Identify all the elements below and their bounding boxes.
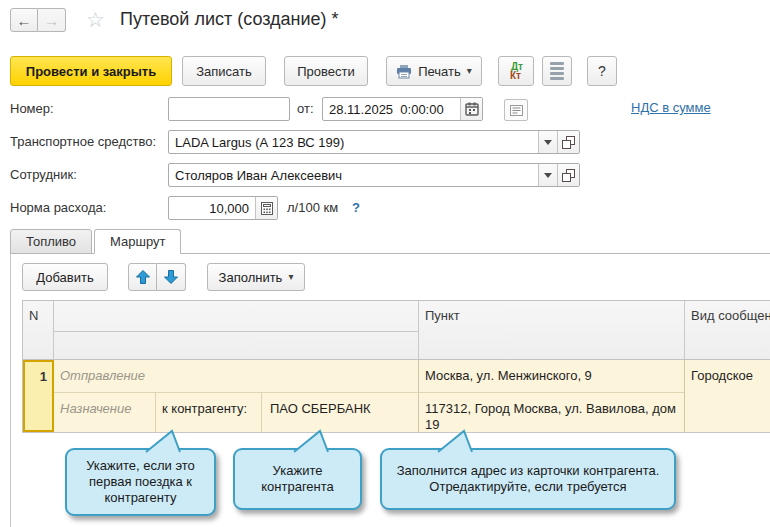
row-number-cell[interactable]: 1 xyxy=(23,360,54,432)
column-header-communication: Вид сообщения xyxy=(685,301,770,359)
report-structure-button[interactable] xyxy=(542,56,572,86)
employee-label: Сотрудник: xyxy=(10,163,77,187)
employee-open-button[interactable] xyxy=(557,164,579,186)
vehicle-field-wrap xyxy=(168,130,580,154)
route-group-column: Отправление Назначение к контрагенту: ПА… xyxy=(54,360,419,432)
fuel-rate-field-wrap xyxy=(168,196,278,220)
fill-dropdown-icon: ▾ xyxy=(288,272,293,282)
fill-button-label: Заполнить xyxy=(219,270,283,285)
tab-route[interactable]: Маршрут xyxy=(94,229,181,254)
down-arrow-icon xyxy=(163,269,179,285)
forward-arrow-icon: → xyxy=(44,12,59,29)
vehicle-dropdown-button[interactable] xyxy=(538,131,557,153)
vat-mode-link[interactable]: НДС в сумме xyxy=(631,100,711,115)
help-button[interactable]: ? xyxy=(587,56,617,86)
move-row-group xyxy=(128,263,186,291)
column-header-route-group xyxy=(54,301,419,359)
callout-first-trip: Укажите, если это первая поездка к контр… xyxy=(65,448,216,516)
favorite-star-icon[interactable]: ☆ xyxy=(86,8,105,32)
move-down-button[interactable] xyxy=(157,263,186,291)
calculator-button[interactable] xyxy=(255,197,277,219)
calendar-button[interactable] xyxy=(460,98,482,120)
column-header-n: N xyxy=(23,301,54,359)
fuel-rate-hint-icon[interactable]: ? xyxy=(352,200,360,215)
callout-counterparty: Укажите контрагента xyxy=(233,448,362,510)
tab-fuel[interactable]: Топливо xyxy=(10,229,92,254)
number-input[interactable] xyxy=(169,98,289,120)
route-table-header: N Пункт Вид сообщения xyxy=(22,300,770,360)
printer-icon xyxy=(396,64,412,79)
fuel-rate-label: Норма расхода: xyxy=(10,196,106,220)
counterparty-cell[interactable]: ПАО СБЕРБАНК xyxy=(262,393,418,432)
open-icon xyxy=(562,136,575,149)
calculator-icon xyxy=(261,202,273,215)
date-field-wrap xyxy=(322,97,483,121)
date-label: от: xyxy=(297,97,314,121)
departure-kind-cell[interactable]: Отправление xyxy=(54,360,418,392)
print-button-label: Печать xyxy=(418,64,461,79)
vehicle-open-button[interactable] xyxy=(557,131,579,153)
calendar-icon xyxy=(465,102,479,116)
callout-tail xyxy=(434,429,474,453)
dtkt-icon: Дт Кт xyxy=(511,61,521,81)
number-label: Номер: xyxy=(10,97,54,121)
comment-icon xyxy=(510,105,523,116)
up-arrow-icon xyxy=(135,269,151,285)
post-button[interactable]: Провести xyxy=(284,56,368,86)
print-dropdown-icon: ▾ xyxy=(467,66,472,76)
add-row-button[interactable]: Добавить xyxy=(22,263,108,291)
route-table: N Пункт Вид сообщения 1 Отправление Назн… xyxy=(22,300,770,433)
forward-button[interactable]: → xyxy=(38,8,66,32)
employee-input[interactable] xyxy=(169,164,538,186)
fuel-rate-unit: л/100 км xyxy=(287,196,338,220)
table-row: 1 Отправление Назначение к контрагенту: … xyxy=(22,360,770,433)
communication-cell[interactable]: Городское xyxy=(685,360,770,432)
vehicle-input[interactable] xyxy=(169,131,538,153)
fill-button[interactable]: Заполнить ▾ xyxy=(207,263,305,291)
chevron-down-icon xyxy=(544,140,552,145)
destination-kind-cell[interactable]: Назначение xyxy=(54,393,156,432)
dtkt-postings-button[interactable]: Дт Кт xyxy=(498,56,534,86)
employee-field-wrap xyxy=(168,163,580,187)
move-up-button[interactable] xyxy=(128,263,157,291)
write-button[interactable]: Записать xyxy=(182,56,266,86)
vehicle-label: Транспортное средство: xyxy=(10,130,156,154)
open-icon xyxy=(562,169,575,182)
date-input[interactable] xyxy=(323,98,460,120)
fuel-rate-input[interactable] xyxy=(169,197,255,219)
back-button[interactable]: ← xyxy=(10,8,38,32)
chevron-down-icon xyxy=(544,173,552,178)
employee-dropdown-button[interactable] xyxy=(538,164,557,186)
column-header-point: Пункт xyxy=(419,301,685,359)
callout-tail xyxy=(290,429,330,453)
number-field-wrap xyxy=(168,97,290,121)
stack-icon xyxy=(550,62,564,80)
print-button[interactable]: Печать ▾ xyxy=(386,56,482,86)
post-and-close-button[interactable]: Провести и закрыть xyxy=(10,56,172,86)
point-column: Москва, ул. Менжинского, 9 117312, Город… xyxy=(419,360,685,432)
destination-point-cell[interactable]: 117312, Город Москва, ул. Вавилова, дом … xyxy=(419,393,684,433)
comment-button[interactable] xyxy=(504,99,528,121)
page-title: Путевой лист (создание) * xyxy=(120,9,339,30)
callout-tail xyxy=(142,429,182,453)
back-arrow-icon: ← xyxy=(17,12,32,29)
tab-strip: Топливо Маршрут xyxy=(10,229,183,254)
departure-point-cell[interactable]: Москва, ул. Менжинского, 9 xyxy=(419,360,598,392)
nav-history-group: ← → xyxy=(10,8,66,32)
counterparty-label-cell[interactable]: к контрагенту: xyxy=(156,393,262,432)
callout-address: Заполнится адрес из карточки контрагента… xyxy=(380,448,676,510)
